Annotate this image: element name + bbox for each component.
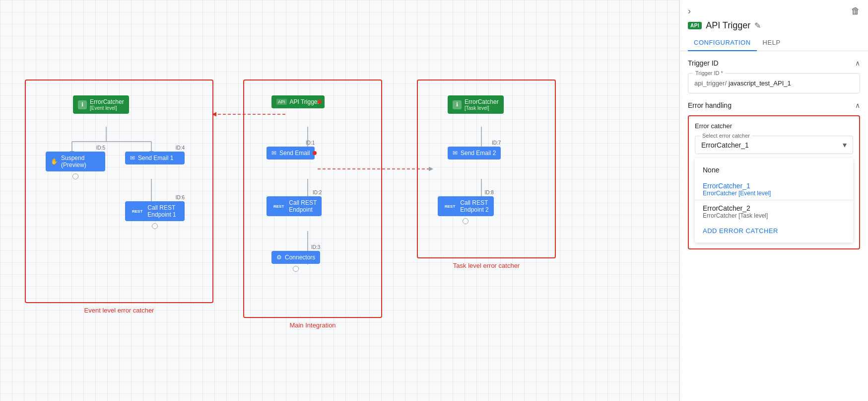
task-level-error-catcher-node[interactable]: ℹ ErrorCatcher [Task level] [448,95,504,114]
error-handling-section-header: Error handling ∧ [688,101,860,109]
error-catcher-select-group: Select error catcher ErrorCatcher_1 ▾ [695,136,853,154]
trigger-id-field-label: Trigger ID * [693,70,725,76]
error-catcher-section: Error catcher Select error catcher Error… [688,115,860,249]
api-badge-node: API [276,99,287,105]
suspend-icon: ✋ [51,158,58,165]
rest-badge-2: REST [443,204,457,209]
suspend-connector [72,173,78,179]
send-email-1-node[interactable]: ID:4 ✉ Send Email 1 [125,145,185,164]
panel-collapse-button[interactable]: › [688,6,691,16]
ec1-sub: ErrorCatcher [Event level] [703,190,845,197]
api-trigger-dot [318,100,322,104]
send-email-2-label: Send Email 2 [461,150,496,157]
call-rest-1-node[interactable]: ID:6 REST Call RESTEndpoint 1 [125,195,185,229]
task-error-catcher-sub: [Task level] [465,105,499,111]
dropdown-item-none[interactable]: None [695,162,853,178]
trigger-id-prefix: api_trigger/ [694,80,727,87]
event-level-label: Event level error catcher [84,307,154,314]
dropdown-item-ec2[interactable]: ErrorCatcher_2 ErrorCatcher [Task level] [695,202,853,223]
right-panel: › 🗑 API API Trigger ✎ CONFIGURATION HELP… [679,0,868,401]
panel-title: API Trigger [706,20,750,31]
send-email-main-label: Send Email [279,150,310,157]
send-email-1-label: Send Email 1 [138,155,173,161]
select-catcher-label: Select error catcher [700,133,752,139]
ec1-label: ErrorCatcher_1 [703,182,750,190]
error-catcher-label: ErrorCatcher [90,98,124,105]
trigger-id-section-header: Trigger ID ∧ [688,59,860,67]
panel-title-row: API API Trigger ✎ [680,20,868,35]
call-rest-main-label: Call RESTEndpoint [289,199,317,213]
error-handling-chevron[interactable]: ∧ [855,101,860,109]
trigger-id-row: api_trigger/ javascript_test_API_1 [694,80,854,87]
tab-configuration[interactable]: CONFIGURATION [688,35,757,51]
main-integration-label: Main Integration [289,321,335,329]
send-email-1-id: ID:4 [125,145,185,151]
trigger-id-title: Trigger ID [688,59,719,67]
dropdown-arrow-icon: ▾ [843,140,847,150]
call-rest-1-id: ID:6 [125,195,185,200]
error-catcher-section-label: Error catcher [695,122,853,130]
rest-1-connector [152,223,158,229]
email-icon-2: ✉ [453,150,458,157]
call-rest-2-id: ID:8 [438,190,494,195]
suspend-id: ID:5 [46,145,105,151]
email-icon-1: ✉ [130,155,135,161]
call-rest-main-node[interactable]: ID:2 REST Call RESTEndpoint [267,190,322,216]
canvas-area: ℹ ErrorCatcher [Event level] ID:5 ✋ Susp… [0,0,679,401]
dropdown-divider [695,200,853,200]
connectors-label: Connectors [285,254,315,261]
event-level-box: ℹ ErrorCatcher [Event level] ID:5 ✋ Susp… [25,80,213,303]
task-error-catcher-label: ErrorCatcher [465,98,499,105]
error-icon-task: ℹ [453,100,462,109]
call-rest-2-node[interactable]: ID:8 REST Call RESTEndpoint 2 [438,190,494,224]
main-integration-box: API API Trigger ID:1 ✉ Send Email ID:2 R… [243,80,382,318]
add-error-catcher-button[interactable]: ADD ERROR CATCHER [695,223,853,239]
rest-badge-main: REST [271,204,286,209]
connectors-connector [293,266,299,272]
edit-title-button[interactable]: ✎ [754,21,761,30]
connectors-node[interactable]: ID:3 ⚙ Connectors [271,244,320,272]
api-trigger-node[interactable]: API API Trigger [271,95,325,108]
suspend-node[interactable]: ID:5 ✋ Suspend(Preview) [46,145,105,179]
send-email-main-id: ID:1 [267,140,315,146]
api-badge-panel: API [688,22,702,29]
trigger-id-value[interactable]: javascript_test_API_1 [729,80,791,87]
call-rest-1-label: Call RESTEndpoint 1 [147,204,176,218]
selected-catcher-value: ErrorCatcher_1 [701,141,749,149]
send-email-dot [313,151,317,155]
ec2-sub: ErrorCatcher [Task level] [703,212,845,219]
error-catcher-dropdown: None ErrorCatcher_1 ErrorCatcher [Event … [695,158,853,242]
panel-delete-button[interactable]: 🗑 [851,6,860,16]
error-handling-title: Error handling [688,101,732,109]
event-level-error-catcher-node[interactable]: ℹ ErrorCatcher [Event level] [73,95,129,114]
api-trigger-label: API Trigger [290,98,320,105]
suspend-label: Suspend(Preview) [61,155,86,168]
connectors-icon: ⚙ [276,254,282,261]
error-icon: ℹ [78,100,87,109]
connectors-id: ID:3 [271,244,320,250]
email-icon-main: ✉ [271,150,276,157]
task-level-box: ℹ ErrorCatcher [Task level] ID:7 ✉ Send … [417,80,556,258]
call-rest-main-id: ID:2 [267,190,322,195]
select-catcher-row[interactable]: ErrorCatcher_1 ▾ [701,140,847,150]
dropdown-item-ec1[interactable]: ErrorCatcher_1 ErrorCatcher [Event level… [695,178,853,198]
trigger-id-chevron[interactable]: ∧ [855,59,860,67]
error-catcher-sub: [Event level] [90,105,124,111]
rest-2-connector [463,218,468,224]
send-email-main-node[interactable]: ID:1 ✉ Send Email [267,140,315,160]
tab-help[interactable]: HELP [757,35,787,51]
rest-badge-1: REST [130,209,144,214]
panel-top-bar: › 🗑 [680,0,868,20]
task-level-label: Task level error catcher [453,262,520,269]
ec2-label: ErrorCatcher_2 [703,204,750,212]
panel-tabs: CONFIGURATION HELP [680,35,868,51]
call-rest-2-label: Call RESTEndpoint 2 [460,199,488,213]
send-email-2-id: ID:7 [448,140,501,146]
panel-content: Trigger ID ∧ Trigger ID * api_trigger/ j… [680,51,868,401]
trigger-id-field: Trigger ID * api_trigger/ javascript_tes… [688,73,860,93]
send-email-2-node[interactable]: ID:7 ✉ Send Email 2 [448,140,501,160]
